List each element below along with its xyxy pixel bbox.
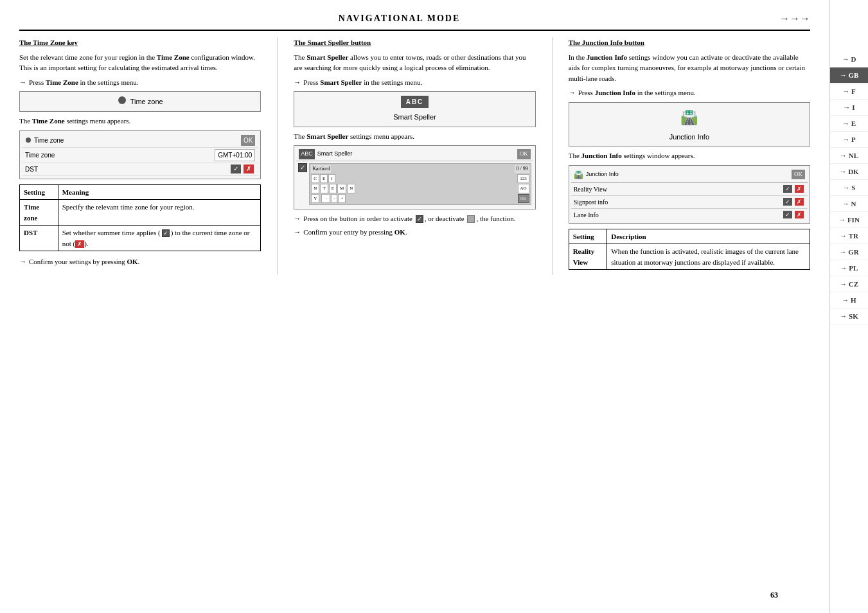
ss-key-dot[interactable]: + <box>338 194 346 204</box>
ss-checkbox-icon[interactable]: ✓ <box>298 163 307 172</box>
sidebar-item-gb[interactable]: → GB <box>830 67 868 84</box>
td-dst-key: DST <box>20 226 58 251</box>
col-divider-1 <box>277 37 278 275</box>
ji-label-signpost: Signpost info <box>574 197 782 207</box>
ji-icon-row: 🛣️ Junction Info <box>669 107 709 143</box>
ss-key-m[interactable]: M <box>337 184 346 193</box>
ss-mockup-body: ✓ Kartiord 0 / 99 C <box>296 161 533 208</box>
ji-icon-label: Junction Info <box>669 132 709 143</box>
th-setting: Setting <box>20 184 58 200</box>
ss-key-row3: Y · - + OK <box>311 194 529 204</box>
sidebar-item-sk[interactable]: → SK <box>830 308 868 324</box>
ss-key-dash[interactable]: - <box>331 194 337 204</box>
col2-action2-text: Confirm your entry by pressing OK. <box>303 227 407 238</box>
sidebar-item-nl[interactable]: → NL <box>830 148 868 164</box>
col1-title: The Time Zone key <box>19 37 261 48</box>
activate-check-icon <box>416 215 423 223</box>
header-arrow: →→→ <box>779 13 810 24</box>
ji-td-reality-key: Reality View <box>569 244 607 270</box>
col1-para1: Set the relevant time zone for your regi… <box>19 52 261 73</box>
sidebar-item-cz[interactable]: → CZ <box>830 276 868 292</box>
ji-setting-table: Setting Description Reality View When th… <box>569 229 810 271</box>
sidebar-item-d[interactable]: → D <box>830 51 868 67</box>
ss-check-mark: ✓ <box>300 163 305 172</box>
td-dst-val: Set whether summer time applies () to th… <box>58 226 261 251</box>
action2-arrow-icon: → <box>294 227 301 238</box>
ji-table-header: Setting Description <box>569 229 810 244</box>
sidebar-item-n[interactable]: → N <box>830 196 868 212</box>
ss-key-i[interactable]: I <box>328 174 335 184</box>
td-timezone-key: Time zone <box>20 200 58 226</box>
tz-dst-x-icon[interactable]: ✗ <box>244 164 254 173</box>
ji-label-reality: Reality View <box>574 184 782 194</box>
ji-check-reality[interactable]: ✓ <box>783 185 792 193</box>
ss-keyboard-top: Kartiord 0 / 99 <box>311 165 529 173</box>
sidebar-item-s[interactable]: → S <box>830 180 868 196</box>
col2-after-ui: The Smart Speller settings menu appears. <box>294 131 535 142</box>
sidebar-item-gr[interactable]: → GR <box>830 244 868 260</box>
ss-ok-button[interactable]: OK <box>517 149 531 159</box>
three-columns: The Time Zone key Set the relevant time … <box>19 37 810 275</box>
table-header-row: Setting Meaning <box>20 184 261 200</box>
ji-check-signpost[interactable]: ✓ <box>783 198 792 206</box>
ss-key-c[interactable]: C <box>311 174 319 184</box>
confirm-arrow-icon: → <box>19 256 26 267</box>
arrow-icon: → <box>19 77 26 88</box>
ji-mockup-header-left: 🛣️ Junction Info <box>574 169 619 181</box>
ji-label-lane: Lane Info <box>574 210 782 220</box>
tz-ok-button[interactable]: OK <box>241 135 255 146</box>
ss-mockup-header-left: ABC Smart Speller <box>299 149 352 159</box>
col3-para1: In the Junction Info settings window you… <box>569 52 810 84</box>
sidebar-item-fin[interactable]: → FIN <box>830 212 868 228</box>
col1-time-zone: The Time Zone key Set the relevant time … <box>19 37 261 275</box>
tz-dst-check-icon[interactable]: ✓ <box>231 164 241 173</box>
ss-key-row1: C E I 123 <box>311 174 529 184</box>
col-divider-2 <box>552 37 553 275</box>
th-meaning: Meaning <box>58 184 261 200</box>
ji-check-lane[interactable]: ✓ <box>783 211 792 218</box>
ss-key-space[interactable]: · <box>321 194 330 204</box>
sidebar-item-i[interactable]: → I <box>830 100 868 116</box>
ss-keyboard: Kartiord 0 / 99 C E I 123 <box>309 163 531 206</box>
tz-setting-table: Setting Meaning Time zone Specify the re… <box>19 184 261 252</box>
ss-icon-row: ABC Smart Speller <box>393 96 436 123</box>
tz-value-gmt: GMT+01:00 <box>215 149 255 161</box>
ss-right-ok[interactable]: OK <box>518 194 529 204</box>
ji-row-signpost: Signpost info ✓ ✗ <box>571 195 808 208</box>
tz-row-dst: DST ✓ ✗ <box>22 163 258 176</box>
ji-mockup-header: 🛣️ Junction Info OK <box>571 168 808 182</box>
ji-table-row-reality: Reality View When the function is activa… <box>569 244 810 270</box>
sidebar-item-pl[interactable]: → PL <box>830 260 868 276</box>
svg-point-1 <box>26 138 31 143</box>
page-title: NAVIGATIONAL MODE <box>19 13 779 24</box>
sidebar-item-tr[interactable]: → TR <box>830 228 868 244</box>
ji-td-reality-val: When the function is activated, realisti… <box>607 244 810 270</box>
ss-key-y[interactable]: Y <box>311 194 319 204</box>
col2-action2: → Confirm your entry by pressing OK. <box>294 227 535 238</box>
dst-check-icon <box>162 229 170 237</box>
sidebar-item-e[interactable]: → E <box>830 116 868 132</box>
page-number: 63 <box>770 591 778 600</box>
ji-road-icon: 🛣️ <box>680 107 698 128</box>
ss-key-t[interactable]: T <box>320 184 328 193</box>
ji-x-reality[interactable]: ✗ <box>795 185 804 193</box>
col1-press-tz-text: Press Time Zone in the settings menu. <box>29 77 139 88</box>
table-row-timezone: Time zone Specify the relevant time zone… <box>20 200 261 226</box>
ji-settings-mockup: 🛣️ Junction Info OK Reality View ✓ ✗ Sig… <box>569 165 810 224</box>
col1-after-ui: The Time Zone settings menu appears. <box>19 116 261 127</box>
ss-key-n2[interactable]: N <box>347 184 355 193</box>
col1-confirm: → Confirm your settings by pressing OK. <box>19 256 261 267</box>
sidebar-item-p[interactable]: → P <box>830 132 868 148</box>
sidebar-item-h[interactable]: → H <box>830 292 868 308</box>
ss-key-n[interactable]: N <box>311 184 319 193</box>
ss-key-e[interactable]: E <box>320 174 328 184</box>
col1-confirm-text: Confirm your settings by pressing OK. <box>29 256 139 267</box>
ji-x-signpost[interactable]: ✗ <box>795 198 804 206</box>
col3-junction-info: The Junction Info button In the Junction… <box>569 37 810 275</box>
sidebar-item-dk[interactable]: → DK <box>830 164 868 180</box>
ss-mockup-header: ABC Smart Speller OK <box>296 148 533 161</box>
sidebar-item-f[interactable]: → F <box>830 84 868 100</box>
ss-key-e2[interactable]: E <box>329 184 337 193</box>
ji-x-lane[interactable]: ✗ <box>795 211 804 218</box>
ji-ok-button[interactable]: OK <box>792 170 805 180</box>
